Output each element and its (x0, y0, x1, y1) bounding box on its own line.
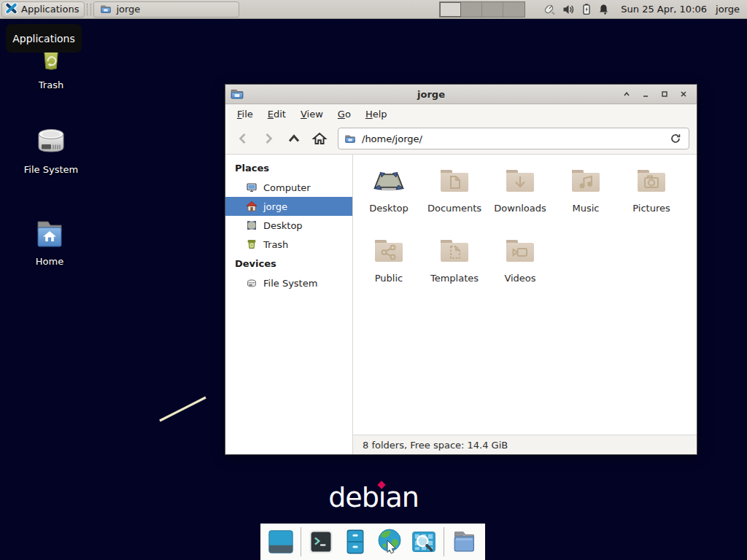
app-finder-launcher[interactable] (409, 527, 438, 556)
file-manager-window: jorge File Edit View Go Help (225, 84, 697, 455)
up-button[interactable] (282, 127, 306, 150)
desktop-icon-label: Trash (16, 79, 86, 90)
web-browser-launcher[interactable] (375, 527, 404, 556)
documents-folder-icon (422, 163, 487, 198)
folder-item-desktop[interactable]: Desktop (356, 163, 422, 233)
downloads-folder-icon (487, 163, 553, 198)
pictures-folder-icon (619, 163, 684, 198)
back-button[interactable] (231, 127, 255, 150)
home-icon (246, 201, 258, 212)
statusbar-text: 8 folders, Free space: 14.4 GiB (363, 440, 508, 451)
home-folder-icon (15, 216, 85, 251)
path-bar[interactable]: /home/jorge/ (338, 128, 689, 149)
folder-launcher-icon (449, 528, 479, 556)
maximize-button[interactable] (656, 86, 673, 102)
menu-go[interactable]: Go (330, 106, 358, 122)
file-cabinet-launcher[interactable] (341, 527, 370, 556)
path-text[interactable]: /home/jorge/ (362, 133, 667, 144)
window-folder-icon (100, 4, 112, 15)
debian-logo: debıan (0, 481, 747, 513)
globe-browser-icon (375, 527, 404, 556)
dock-separator (301, 527, 301, 556)
taskbar-button-jorge[interactable]: jorge (93, 1, 239, 18)
applications-menu-button[interactable]: Applications (1, 1, 85, 18)
drive-icon (246, 277, 258, 289)
public-folder-icon (356, 233, 422, 268)
sidebar-item-desktop[interactable]: Desktop (225, 216, 352, 235)
desktop-icon-label: File System (16, 164, 86, 175)
hard-drive-icon (16, 124, 86, 159)
show-desktop-button[interactable] (266, 527, 295, 556)
dock-separator (444, 527, 444, 556)
desktop-icon-home[interactable]: Home (15, 216, 85, 267)
templates-folder-icon (422, 233, 487, 268)
menu-edit[interactable]: Edit (260, 106, 293, 122)
window-icon (230, 88, 244, 101)
music-folder-icon (553, 163, 619, 198)
terminal-icon (308, 529, 334, 555)
workspace-1[interactable] (440, 2, 461, 17)
sidebar: Places Computer jorge (225, 155, 353, 454)
menu-file[interactable]: File (230, 106, 260, 122)
shade-button[interactable] (618, 86, 635, 102)
forward-button[interactable] (257, 127, 280, 150)
home-button[interactable] (308, 127, 331, 150)
terminal-launcher[interactable] (306, 527, 336, 556)
folder-item-documents[interactable]: Documents (422, 163, 487, 233)
sidebar-item-jorge[interactable]: jorge (225, 197, 352, 216)
folder-item-downloads[interactable]: Downloads (487, 163, 553, 233)
mouse-settings-icon[interactable] (541, 3, 556, 16)
statusbar: 8 folders, Free space: 14.4 GiB (353, 435, 697, 454)
close-button[interactable] (675, 86, 692, 102)
workspace-4[interactable] (503, 2, 525, 17)
window-title: jorge (244, 89, 618, 100)
folder-item-public[interactable]: Public (356, 233, 422, 303)
reload-button[interactable] (667, 130, 684, 147)
computer-icon (246, 182, 258, 193)
taskbar-button-label: jorge (116, 4, 140, 15)
stray-line-artifact (153, 390, 213, 428)
bottom-dock (260, 524, 485, 560)
desktop-icon-label: Home (15, 256, 85, 267)
file-manager-launcher[interactable] (449, 527, 479, 556)
xfce-x-logo-icon (5, 2, 18, 17)
minimize-button[interactable] (637, 86, 654, 102)
file-cabinet-icon (342, 528, 368, 556)
volume-icon[interactable] (562, 4, 575, 15)
menu-help[interactable]: Help (358, 106, 395, 122)
folder-item-pictures[interactable]: Pictures (619, 163, 684, 233)
toolbar: /home/jorge/ (225, 123, 697, 155)
app-finder-icon (410, 529, 438, 555)
workspace-3[interactable] (482, 2, 503, 17)
show-desktop-icon (267, 528, 295, 556)
videos-folder-icon (487, 233, 553, 268)
sidebar-item-computer[interactable]: Computer (225, 178, 352, 197)
battery-icon[interactable] (581, 3, 592, 15)
applications-tooltip: Applications (6, 24, 82, 52)
trash-icon (246, 238, 258, 250)
sidebar-header-places: Places (225, 158, 352, 178)
folder-item-videos[interactable]: Videos (487, 233, 553, 303)
titlebar[interactable]: jorge (225, 85, 697, 104)
folder-view[interactable]: Desktop Documents (353, 155, 697, 435)
top-panel: Applications jorge (0, 0, 747, 19)
menu-view[interactable]: View (293, 106, 330, 122)
sidebar-item-file-system[interactable]: File System (225, 273, 352, 292)
panel-handle[interactable] (87, 4, 91, 15)
panel-username: jorge (716, 4, 740, 15)
desktop-icon (246, 219, 258, 231)
notifications-bell-icon[interactable] (598, 4, 609, 15)
desktop-icon-file-system[interactable]: File System (16, 124, 86, 175)
folder-item-templates[interactable]: Templates (422, 233, 487, 303)
panel-clock[interactable]: Sun 25 Apr, 10:06 (621, 4, 707, 15)
desktop-surface-icon (356, 163, 422, 198)
menubar: File Edit View Go Help (225, 104, 697, 123)
path-folder-icon (344, 133, 356, 144)
workspace-2[interactable] (461, 2, 482, 17)
sidebar-item-trash[interactable]: Trash (225, 235, 352, 254)
folder-item-music[interactable]: Music (553, 163, 619, 233)
applications-menu-label: Applications (21, 4, 79, 15)
workspace-switcher (439, 1, 525, 18)
sidebar-header-devices: Devices (225, 254, 352, 273)
